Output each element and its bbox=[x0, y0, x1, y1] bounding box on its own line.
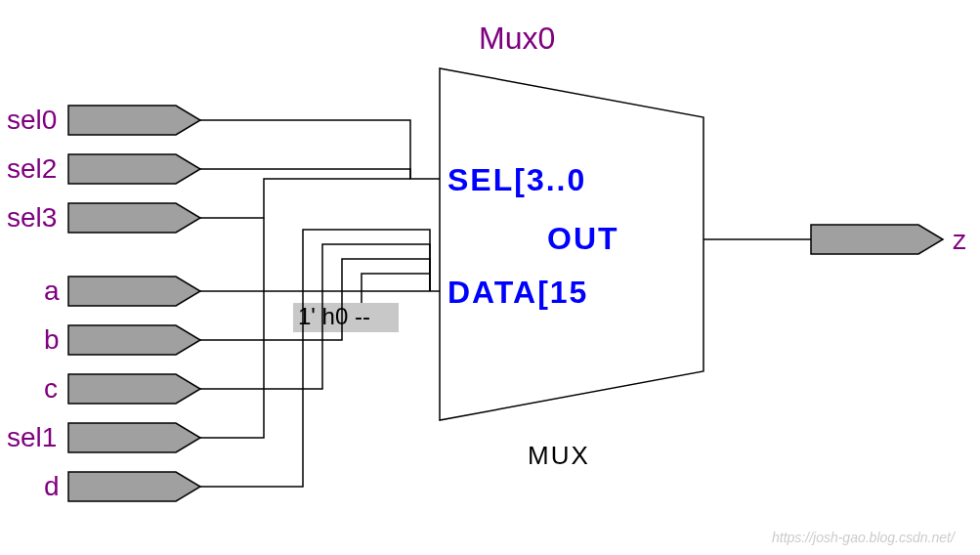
port-label-a: a bbox=[44, 276, 60, 306]
port-z: z bbox=[811, 225, 966, 255]
port-label-d: d bbox=[44, 471, 60, 501]
wire-sel2 bbox=[200, 169, 410, 179]
port-label-z: z bbox=[953, 225, 966, 255]
port-sel0: sel0 bbox=[7, 105, 200, 135]
port-b: b bbox=[44, 324, 200, 355]
port-sel3: sel3 bbox=[7, 202, 200, 233]
wire-sel3 bbox=[200, 179, 410, 218]
constant-value: 1' h0 -- bbox=[293, 303, 399, 332]
constant-text: 1' h0 -- bbox=[298, 303, 370, 329]
wire-d bbox=[200, 230, 430, 487]
port-a: a bbox=[44, 276, 200, 306]
wire-sel0 bbox=[200, 120, 440, 179]
wire-const bbox=[362, 274, 430, 303]
port-label-sel2: sel2 bbox=[7, 153, 57, 184]
port-sel2: sel2 bbox=[7, 153, 200, 184]
port-c: c bbox=[44, 373, 200, 404]
wire-sel1 bbox=[200, 218, 264, 438]
watermark: https://josh-gao.blog.csdn.net/ bbox=[772, 530, 957, 545]
mux-port-data: DATA[15 bbox=[447, 275, 588, 310]
mux-type-label: MUX bbox=[528, 441, 590, 470]
port-label-sel3: sel3 bbox=[7, 202, 57, 233]
port-label-sel1: sel1 bbox=[7, 422, 57, 452]
port-d: d bbox=[44, 471, 200, 501]
port-label-b: b bbox=[44, 324, 60, 355]
mux-port-sel: SEL[3..0 bbox=[447, 162, 586, 197]
mux-title: Mux0 bbox=[479, 21, 555, 56]
mux-port-out: OUT bbox=[547, 221, 619, 256]
port-sel1: sel1 bbox=[7, 422, 200, 452]
port-label-sel0: sel0 bbox=[7, 105, 57, 135]
port-label-c: c bbox=[44, 373, 58, 404]
